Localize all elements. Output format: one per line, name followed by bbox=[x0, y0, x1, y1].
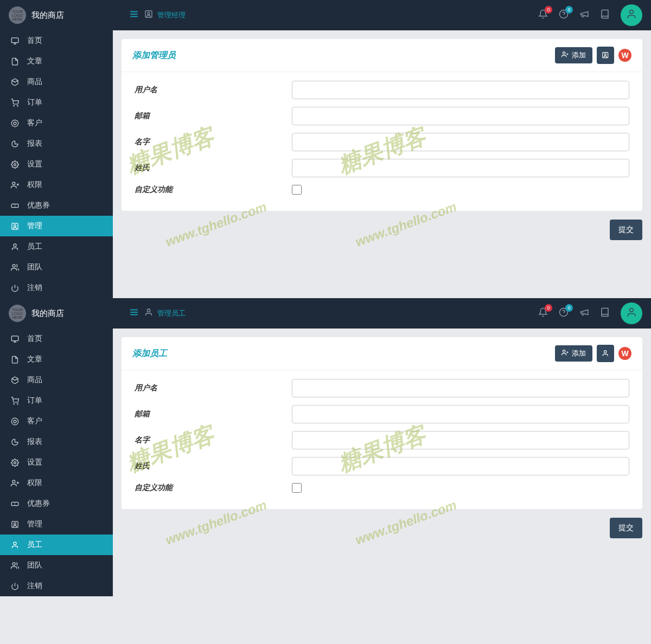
main-content: 添加管理员 添加 W 用户名 邮箱 名字 姓氏 自定义功能 bbox=[113, 30, 651, 298]
svg-point-59 bbox=[604, 351, 607, 353]
svg-point-24 bbox=[12, 264, 15, 267]
sidebar-item-team[interactable]: 团队 bbox=[0, 555, 113, 576]
sidebar-item-cart[interactable]: 订单 bbox=[0, 390, 113, 411]
sidebar-item-manage[interactable]: 管理 bbox=[0, 514, 113, 534]
sidebar-item-coupon[interactable]: 优惠券 bbox=[0, 195, 113, 216]
book-icon[interactable] bbox=[600, 9, 610, 22]
add-button[interactable]: 添加 bbox=[555, 47, 592, 63]
wordpress-icon[interactable]: W bbox=[618, 49, 631, 62]
field-姓氏-input[interactable] bbox=[292, 457, 629, 475]
manage-icon bbox=[10, 520, 20, 529]
breadcrumb[interactable]: 管理经理 bbox=[157, 10, 186, 20]
field-label: 用户名 bbox=[135, 383, 292, 393]
sidebar-item-cart[interactable]: 订单 bbox=[0, 92, 113, 113]
svg-point-37 bbox=[630, 308, 634, 312]
topbar: YOUR LOGO HERE 我的商店 管理员工 0 0 bbox=[0, 298, 651, 329]
gear-icon bbox=[10, 160, 20, 169]
team-icon bbox=[10, 263, 20, 272]
bell-icon[interactable]: 0 bbox=[538, 307, 548, 320]
submit-button[interactable]: 提交 bbox=[610, 220, 642, 240]
svg-point-12 bbox=[17, 105, 17, 106]
sidebar-item-monitor[interactable]: 首页 bbox=[0, 329, 113, 349]
sidebar-item-file[interactable]: 文章 bbox=[0, 349, 113, 370]
sidebar-item-user-x[interactable]: 权限 bbox=[0, 473, 113, 493]
field-用户名-input[interactable] bbox=[292, 81, 629, 99]
sidebar-item-file[interactable]: 文章 bbox=[0, 51, 113, 72]
help-icon[interactable]: 0 bbox=[559, 9, 569, 22]
sidebar-item-label: 团队 bbox=[27, 262, 42, 272]
form-body: 用户名 邮箱 名字 姓氏 自定义功能 bbox=[122, 72, 642, 211]
action-icon-button[interactable] bbox=[597, 47, 614, 64]
wordpress-icon[interactable]: W bbox=[618, 347, 631, 360]
coupon-icon bbox=[10, 500, 20, 508]
file-icon bbox=[10, 356, 20, 364]
sidebar-item-target[interactable]: 客户 bbox=[0, 411, 113, 432]
svg-point-46 bbox=[12, 480, 15, 482]
sidebar-item-manage[interactable]: 管理 bbox=[0, 216, 113, 236]
book-icon[interactable] bbox=[600, 307, 610, 320]
power-icon bbox=[10, 582, 20, 590]
menu-toggle-icon[interactable] bbox=[129, 9, 139, 22]
breadcrumb[interactable]: 管理员工 bbox=[157, 308, 186, 318]
action-icon-button[interactable] bbox=[597, 345, 614, 362]
sidebar-item-box[interactable]: 商品 bbox=[0, 72, 113, 92]
sidebar-item-target[interactable]: 客户 bbox=[0, 113, 113, 133]
sidebar-item-user[interactable]: 员工 bbox=[0, 236, 113, 257]
gear-icon bbox=[10, 459, 20, 467]
svg-point-43 bbox=[11, 418, 18, 425]
sidebar-item-gear[interactable]: 设置 bbox=[0, 154, 113, 175]
field-用户名-input[interactable] bbox=[292, 379, 629, 397]
topbar: YOUR LOGO HERE 我的商店 管理经理 0 0 bbox=[0, 0, 651, 30]
sidebar-item-label: 员工 bbox=[27, 242, 42, 252]
field-邮箱-input[interactable] bbox=[292, 107, 629, 125]
sidebar-item-user-x[interactable]: 权限 bbox=[0, 175, 113, 195]
submit-button[interactable]: 提交 bbox=[610, 518, 642, 538]
notifications-badge: 0 bbox=[545, 6, 552, 14]
avatar[interactable] bbox=[621, 4, 642, 26]
help-icon[interactable]: 0 bbox=[559, 307, 569, 320]
svg-rect-38 bbox=[11, 336, 18, 340]
avatar-icon bbox=[626, 307, 637, 320]
field-自定义功能-checkbox[interactable] bbox=[292, 483, 302, 493]
form-row: 姓氏 bbox=[135, 159, 629, 177]
svg-point-54 bbox=[12, 562, 15, 565]
sidebar-item-gear[interactable]: 设置 bbox=[0, 452, 113, 473]
card: 添加员工 添加 W 用户名 邮箱 名字 姓氏 自定义功能 bbox=[122, 337, 642, 509]
notifications-badge: 0 bbox=[545, 304, 552, 312]
sidebar-item-monitor[interactable]: 首页 bbox=[0, 30, 113, 51]
field-自定义功能-checkbox[interactable] bbox=[292, 185, 302, 195]
sidebar-item-coupon[interactable]: 优惠券 bbox=[0, 493, 113, 514]
store-name: 我的商店 bbox=[31, 308, 64, 319]
bell-icon[interactable]: 0 bbox=[538, 9, 548, 22]
field-姓氏-input[interactable] bbox=[292, 159, 629, 177]
svg-point-7 bbox=[630, 10, 634, 14]
help-badge: 0 bbox=[565, 304, 573, 312]
menu-toggle-icon[interactable] bbox=[129, 307, 139, 320]
sidebar-item-label: 员工 bbox=[27, 540, 42, 550]
sidebar-item-chart[interactable]: 报表 bbox=[0, 133, 113, 154]
main-content: 添加员工 添加 W 用户名 邮箱 名字 姓氏 自定义功能 bbox=[113, 329, 651, 596]
sidebar-item-team[interactable]: 团队 bbox=[0, 257, 113, 278]
sidebar-item-label: 首页 bbox=[27, 334, 42, 344]
add-button[interactable]: 添加 bbox=[555, 345, 592, 362]
svg-point-42 bbox=[17, 403, 17, 404]
field-名字-input[interactable] bbox=[292, 431, 629, 449]
form-row: 自定义功能 bbox=[135, 185, 629, 195]
field-label: 自定义功能 bbox=[135, 185, 292, 195]
sidebar-item-label: 首页 bbox=[27, 36, 42, 46]
sidebar-item-box[interactable]: 商品 bbox=[0, 370, 113, 390]
avatar[interactable] bbox=[621, 302, 642, 324]
megaphone-icon[interactable] bbox=[579, 307, 589, 320]
svg-point-34 bbox=[147, 309, 150, 312]
logo: YOUR LOGO HERE bbox=[9, 7, 26, 24]
form-row: 用户名 bbox=[135, 81, 629, 99]
sidebar-item-chart[interactable]: 报表 bbox=[0, 432, 113, 452]
megaphone-icon[interactable] bbox=[579, 9, 589, 22]
sidebar-item-power[interactable]: 注销 bbox=[0, 278, 113, 298]
field-邮箱-input[interactable] bbox=[292, 405, 629, 423]
sidebar-item-user[interactable]: 员工 bbox=[0, 534, 113, 555]
monitor-icon bbox=[10, 37, 20, 45]
field-名字-input[interactable] bbox=[292, 133, 629, 151]
sidebar-item-power[interactable]: 注销 bbox=[0, 576, 113, 596]
sidebar-item-label: 权限 bbox=[27, 180, 42, 190]
